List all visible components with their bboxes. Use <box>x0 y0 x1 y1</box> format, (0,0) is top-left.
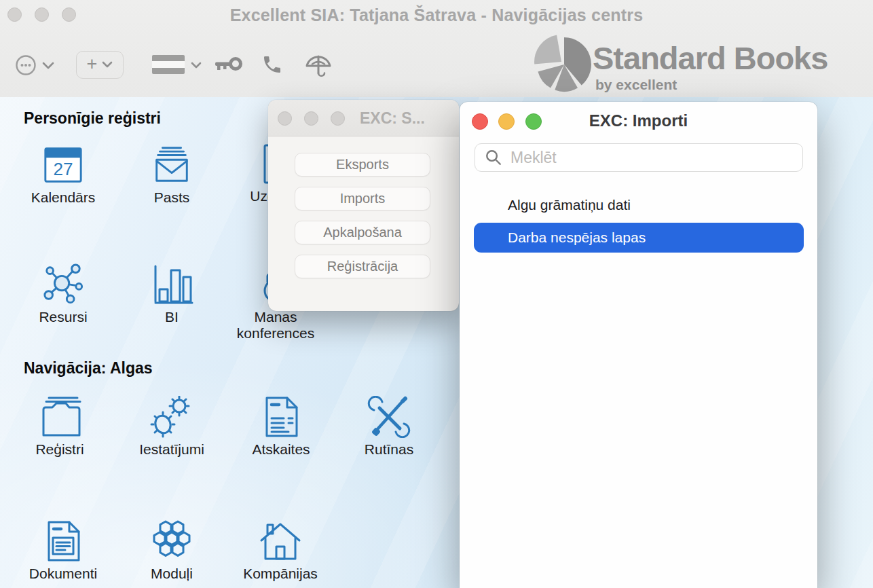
chevron-down-icon[interactable] <box>191 62 202 69</box>
nav-item-kompanijas[interactable]: Kompānijas <box>229 519 331 582</box>
section-title-navigacija-algas: Navigācija: Algas <box>24 359 153 378</box>
settings-window-titlebar[interactable]: EXC: S... <box>268 100 459 136</box>
nav-item-rutinas[interactable]: Rutīnas <box>338 394 440 458</box>
nav-item-kalendars[interactable]: 27 Kalendārs <box>12 143 114 206</box>
flag-icon[interactable] <box>152 55 185 74</box>
bar-chart-icon <box>150 263 193 306</box>
imports-button[interactable]: Imports <box>295 187 430 210</box>
window-title: Excellent SIA: Tatjana Šatrava - Navigāc… <box>0 5 873 25</box>
settings-icon <box>150 396 193 438</box>
report-icon <box>261 396 301 438</box>
search-input[interactable]: Meklēt <box>475 143 803 172</box>
chevron-down-icon <box>43 63 53 68</box>
calendar-icon: 27 <box>42 144 84 186</box>
search-icon <box>485 149 502 166</box>
mail-icon <box>151 144 193 186</box>
list-item-darba-nespejas-lapas-selected[interactable]: Darba nespējas lapas <box>474 223 804 253</box>
document-icon <box>43 520 83 562</box>
section-title-personal-registers: Personīgie reģistri <box>24 109 161 128</box>
nav-item-pasts[interactable]: Pasts <box>121 143 223 206</box>
phone-icon[interactable] <box>261 54 283 75</box>
zoom-button[interactable] <box>331 111 345 126</box>
ellipsis-circle-icon <box>15 54 57 77</box>
folder-icon <box>35 396 84 438</box>
logo-subtitle: by excellent <box>595 77 677 93</box>
umbrella-icon[interactable] <box>304 53 333 79</box>
apkalposana-button[interactable]: Apkalpošana <box>295 221 430 244</box>
chevron-down-icon <box>102 61 113 69</box>
registracija-button[interactable]: Reģistrācija <box>295 255 430 278</box>
nav-item-registri[interactable]: Reģistri <box>9 394 111 458</box>
standard-books-logo-icon <box>534 34 595 95</box>
close-button[interactable] <box>278 111 292 126</box>
add-record-button[interactable]: + <box>76 51 124 79</box>
tools-icon <box>367 396 411 438</box>
settings-window-title: EXC: S... <box>360 109 425 128</box>
more-actions-button[interactable] <box>15 54 57 79</box>
home-icon <box>259 520 302 562</box>
add-icon: + <box>87 55 98 73</box>
nav-item-resursi[interactable]: Resursi <box>12 262 114 325</box>
main-window-toolbar: Excellent SIA: Tatjana Šatrava - Navigāc… <box>0 0 873 99</box>
nav-item-bi[interactable]: BI <box>121 262 223 325</box>
resources-icon <box>42 263 84 306</box>
minimize-button[interactable] <box>304 111 318 126</box>
svg-text:27: 27 <box>53 159 73 179</box>
nav-item-dokumenti[interactable]: Dokumenti <box>12 519 114 582</box>
imports-window-title: EXC: Importi <box>460 111 817 130</box>
nav-item-atskaites[interactable]: Atskaites <box>230 394 332 458</box>
imports-window-titlebar[interactable]: EXC: Importi <box>460 102 817 140</box>
key-icon[interactable] <box>212 54 243 75</box>
logo-title: Standard Books <box>593 39 828 77</box>
nav-item-iestatijumi[interactable]: Iestatījumi <box>121 394 223 458</box>
search-placeholder: Meklēt <box>510 149 557 167</box>
eksports-button[interactable]: Eksports <box>295 153 430 177</box>
modules-icon <box>150 520 193 562</box>
settings-window: EXC: S... Eksports Imports Apkalpošana R… <box>268 100 459 311</box>
imports-window: EXC: Importi Meklēt Algu grāmatiņu dati … <box>460 102 817 588</box>
list-item-algu-gramatinu-dati[interactable]: Algu grāmatiņu dati <box>508 197 631 213</box>
nav-item-moduli[interactable]: Moduļi <box>121 519 223 582</box>
